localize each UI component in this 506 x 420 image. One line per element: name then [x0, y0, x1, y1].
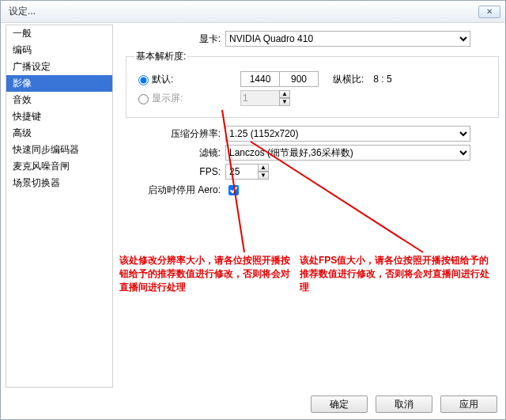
filter-label: 滤镜: — [126, 146, 221, 160]
videocard-label: 显卡: — [126, 32, 221, 46]
default-res-label: 默认: — [152, 73, 193, 86]
aero-checkbox[interactable] — [228, 185, 239, 195]
base-resolution-group: 基本解析度: 默认: 纵横比: 8 : 5 显示屏: 1 ▲▼ — [126, 50, 499, 118]
sidebar-item-scene-sw[interactable]: 场景切换器 — [6, 175, 112, 191]
monitor-res-label: 显示屏: — [152, 92, 193, 105]
settings-window: 设定... ✕ 一般 编码 广播设定 影像 音效 快捷键 高级 快速同步编码器 … — [0, 0, 506, 420]
aspect-ratio-value: 8 : 5 — [373, 74, 391, 85]
titlebar: 设定... ✕ — [1, 1, 505, 23]
fps-spin[interactable]: ▲▼ — [258, 164, 269, 180]
fps-input[interactable] — [225, 164, 259, 180]
sidebar-item-video[interactable]: 影像 — [6, 75, 112, 92]
sidebar-item-general[interactable]: 一般 — [6, 25, 112, 42]
window-title: 设定... — [9, 5, 478, 18]
sidebar-item-broadcast[interactable]: 广播设定 — [6, 59, 112, 75]
sidebar-item-audio[interactable]: 音效 — [6, 92, 112, 108]
filter-select[interactable]: Lanczos (细节最好,36采样数) — [225, 145, 470, 161]
default-height-input[interactable] — [279, 71, 319, 87]
content-panel: 显卡: NVIDIA Quadro 410 基本解析度: 默认: 纵横比: 8 … — [115, 23, 505, 419]
aspect-ratio-label: 纵横比: — [333, 73, 364, 86]
downscale-select[interactable]: 1.25 (1152x720) — [225, 126, 470, 142]
sidebar-item-qsv[interactable]: 快速同步编码器 — [6, 142, 112, 158]
downscale-label: 压缩分辨率: — [126, 127, 221, 141]
close-button[interactable]: ✕ — [478, 6, 500, 18]
monitor-spin[interactable]: ▲▼ — [279, 90, 290, 106]
dialog-buttons: 确定 取消 应用 — [311, 395, 497, 413]
videocard-select[interactable]: NVIDIA Quadro 410 — [225, 31, 470, 47]
sidebar-item-encoding[interactable]: 编码 — [6, 42, 112, 59]
ok-button[interactable]: 确定 — [311, 395, 368, 413]
default-width-input[interactable] — [240, 71, 280, 87]
monitor-res-radio[interactable] — [138, 94, 149, 104]
default-res-radio[interactable] — [138, 75, 149, 85]
sidebar-item-noisegate[interactable]: 麦克风噪音闸 — [6, 158, 112, 175]
downscale-annotation: 该处修改分辨率大小，请各位按照开播按钮给予的推荐数值进行修改，否则将会对直播间进… — [119, 254, 293, 294]
cancel-button[interactable]: 取消 — [376, 395, 432, 413]
category-sidebar: 一般 编码 广播设定 影像 音效 快捷键 高级 快速同步编码器 麦克风噪音闸 场… — [6, 25, 113, 388]
fps-annotation: 该处FPS值大小，请各位按照开播按钮给予的推荐数值进行修改，否则将会对直播间进行… — [300, 254, 489, 294]
apply-button[interactable]: 应用 — [440, 395, 497, 413]
sidebar-item-advanced[interactable]: 高级 — [6, 125, 112, 142]
fps-label: FPS: — [126, 166, 221, 177]
aero-label: 启动时停用 Aero: — [126, 184, 221, 197]
base-resolution-legend: 基本解析度: — [134, 50, 187, 63]
monitor-select[interactable]: 1 — [240, 90, 280, 106]
sidebar-item-hotkeys[interactable]: 快捷键 — [6, 108, 112, 125]
